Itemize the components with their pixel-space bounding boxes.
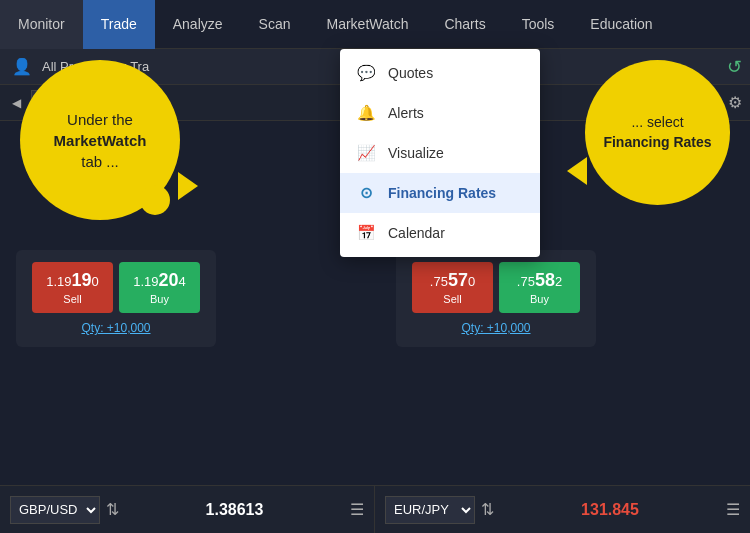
calendar-icon: 📅 (356, 223, 376, 243)
bubble-right: ... select Financing Rates (585, 60, 730, 205)
top-navigation: Monitor Trade Analyze Scan MarketWatch C… (0, 0, 750, 49)
visualize-label: Visualize (388, 145, 444, 161)
bubble-left-tail (178, 172, 198, 200)
trading-card-2: .75570 Sell .75582 Buy Qty: +10,000 (396, 250, 596, 347)
bottom-pair-2: EUR/JPY ⇅ 131.845 ☰ (375, 486, 750, 533)
pair-menu-1[interactable]: ☰ (350, 500, 364, 519)
bubble-left-strong: MarketWatch (54, 132, 147, 149)
buy-price-2: .75582 (509, 270, 570, 291)
buy-suffix-2: 2 (555, 274, 562, 289)
nav-charts[interactable]: Charts (426, 0, 503, 49)
sell-button-2[interactable]: .75570 Sell (412, 262, 493, 313)
bottom-pair-1: GBP/USD ⇅ 1.38613 ☰ (0, 486, 375, 533)
bubble-right-strong: Financing Rates (603, 134, 711, 150)
buy-button-1[interactable]: 1.19204 Buy (119, 262, 200, 313)
page-container: Monitor Trade Analyze Scan MarketWatch C… (0, 0, 750, 533)
sell-large-2: 57 (448, 270, 468, 290)
buy-price-1: 1.19204 (129, 270, 190, 291)
refresh-icon[interactable]: ↺ (727, 56, 742, 78)
sell-small-2: .75 (430, 274, 448, 289)
sell-small-1: 1.19 (46, 274, 71, 289)
quotes-icon: 💬 (356, 63, 376, 83)
gear-icon[interactable]: ⚙ (728, 93, 742, 112)
pair-value-2: 131.845 (500, 501, 720, 519)
nav-monitor[interactable]: Monitor (0, 0, 83, 49)
financing-label: Financing Rates (388, 185, 496, 201)
dropdown-alerts[interactable]: 🔔 Alerts (340, 93, 540, 133)
buy-small-2: .75 (517, 274, 535, 289)
dropdown-financing-rates[interactable]: ⊙ Financing Rates (340, 173, 540, 213)
buy-small-1: 1.19 (133, 274, 158, 289)
sell-suffix-1: 0 (92, 274, 99, 289)
sell-label-2: Sell (422, 293, 483, 305)
dropdown-menu: 💬 Quotes 🔔 Alerts 📈 Visualize ⊙ Financin… (340, 49, 540, 257)
nav-trade[interactable]: Trade (83, 0, 155, 49)
qty-2[interactable]: Qty: +10,000 (412, 321, 580, 335)
price-row-2: .75570 Sell .75582 Buy (412, 262, 580, 313)
visualize-icon: 📈 (356, 143, 376, 163)
quotes-label: Quotes (388, 65, 433, 81)
nav-scan[interactable]: Scan (241, 0, 309, 49)
prev-arrow[interactable]: ◀ (8, 94, 25, 112)
sell-button-1[interactable]: 1.19190 Sell (32, 262, 113, 313)
sell-large-1: 19 (72, 270, 92, 290)
buy-button-2[interactable]: .75582 Buy (499, 262, 580, 313)
buy-label-2: Buy (509, 293, 570, 305)
alerts-label: Alerts (388, 105, 424, 121)
qty-1[interactable]: Qty: +10,000 (32, 321, 200, 335)
dropdown-visualize[interactable]: 📈 Visualize (340, 133, 540, 173)
nav-marketwatch[interactable]: MarketWatch (308, 0, 426, 49)
sell-label-1: Sell (42, 293, 103, 305)
user-icon[interactable]: 👤 (8, 53, 36, 81)
buy-label-1: Buy (129, 293, 190, 305)
pair-menu-2[interactable]: ☰ (726, 500, 740, 519)
buy-suffix-1: 4 (179, 274, 186, 289)
pair-select-1[interactable]: GBP/USD (10, 496, 100, 524)
calendar-label: Calendar (388, 225, 445, 241)
financing-icon: ⊙ (356, 183, 376, 203)
bubble-left-text: Under the MarketWatch tab ... (54, 109, 147, 172)
buy-large-2: 58 (535, 270, 555, 290)
bubble-right-tail (567, 157, 587, 185)
bottom-bar: GBP/USD ⇅ 1.38613 ☰ EUR/JPY ⇅ 131.845 ☰ (0, 485, 750, 533)
sell-suffix-2: 0 (468, 274, 475, 289)
pair-icon-2: ⇅ (481, 500, 494, 519)
nav-tools[interactable]: Tools (504, 0, 573, 49)
dropdown-calendar[interactable]: 📅 Calendar (340, 213, 540, 253)
pair-value-1: 1.38613 (125, 501, 344, 519)
buy-large-1: 20 (159, 270, 179, 290)
pair-select-2[interactable]: EUR/JPY (385, 496, 475, 524)
bubble-right-text: ... select Financing Rates (603, 113, 711, 152)
nav-analyze[interactable]: Analyze (155, 0, 241, 49)
alerts-icon: 🔔 (356, 103, 376, 123)
sell-price-2: .75570 (422, 270, 483, 291)
nav-education[interactable]: Education (572, 0, 670, 49)
dropdown-quotes[interactable]: 💬 Quotes (340, 53, 540, 93)
price-row-1: 1.19190 Sell 1.19204 Buy (32, 262, 200, 313)
bubble-left: Under the MarketWatch tab ... (20, 60, 180, 220)
trading-card-1: 1.19190 Sell 1.19204 Buy Qty: +10,000 (16, 250, 216, 347)
pair-icon-1: ⇅ (106, 500, 119, 519)
sell-price-1: 1.19190 (42, 270, 103, 291)
